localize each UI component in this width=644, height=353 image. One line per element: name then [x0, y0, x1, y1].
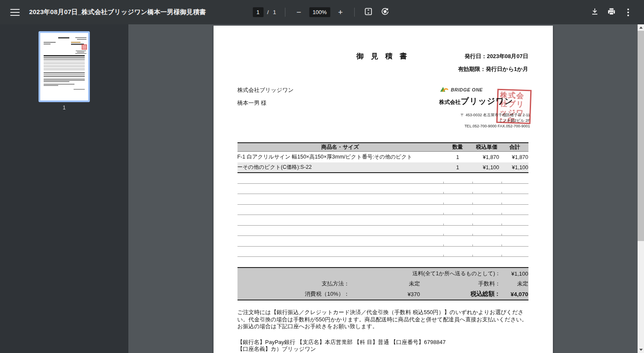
empty-table-row [237, 194, 528, 205]
zoom-level-value: 100% [309, 7, 330, 17]
toolbar-divider [354, 8, 355, 17]
vertical-scrollbar[interactable] [638, 24, 644, 353]
rotate-counterclockwise-icon [381, 7, 389, 17]
scroll-down-icon [639, 349, 643, 351]
document-viewer: 御 見 積 書 発行日：2023年08月07日 有効期限：発行日から1か月 株式… [128, 24, 638, 353]
pdf-page: 御 見 積 書 発行日：2023年08月07日 有効期限：発行日から1か月 株式… [214, 26, 553, 353]
download-button[interactable] [588, 6, 601, 19]
print-button[interactable] [605, 6, 618, 19]
page-number-input[interactable] [252, 7, 263, 17]
more-vertical-icon [627, 9, 629, 16]
grand-total-value: ¥4,070 [501, 291, 528, 297]
page-thumbnail[interactable] [39, 31, 90, 102]
print-icon [607, 7, 616, 17]
menu-icon[interactable] [10, 9, 20, 16]
totals-summary: 送料(全て1か所へ送るものとして)： ¥1,100 支払方法： 未定 手数料： … [237, 267, 528, 300]
thumbnail-page-number: 1 [63, 105, 66, 111]
zoom-in-button[interactable]: + [334, 6, 347, 19]
company-logo-text: BRIDGE ONE [451, 87, 483, 92]
empty-table-row [237, 205, 528, 215]
estimate-dates: 発行日：2023年08月07日 有効期限：発行日から1か月 [458, 53, 528, 73]
more-options-button[interactable] [622, 6, 635, 19]
column-header-product: 商品名・サイズ [237, 144, 443, 151]
company-seal-stamp: 株式会社ブリッジワン印 [496, 89, 531, 124]
rotate-button[interactable] [379, 6, 392, 19]
table-row: ーその他のピクト(C価格):S-22 1 ¥1,100 ¥1,100 [237, 162, 528, 173]
thumbnail-preview [40, 33, 88, 100]
company-logo-icon [439, 85, 449, 94]
table-header-row: 商品名・サイズ 数量 税込単価 合計 [237, 142, 528, 152]
table-row: F-1 白アクリルサイン 幅150×高150×厚3mm/ピクト番号:その他のピク… [237, 152, 528, 162]
pdf-toolbar: 2023年08月07日_株式会社ブリッジワン橋本一男様御見積書 / 1 − 10… [0, 0, 644, 24]
fee-label: 手数料： [420, 280, 501, 288]
column-header-unit-price: 税込単価 [472, 144, 502, 151]
items-table: 商品名・サイズ 数量 税込単価 合計 F-1 白アクリルサイン 幅150×高15… [237, 142, 528, 257]
zoom-out-button[interactable]: − [292, 6, 305, 19]
bank-account-line: 【銀行名】PayPay銀行 【支店名】本店営業部 【科 目】普通 【口座番号】6… [237, 339, 528, 346]
grand-total-label: 税込総額： [420, 290, 501, 298]
fit-page-icon [364, 7, 373, 17]
payment-method-value: 未定 [350, 280, 420, 288]
empty-table-row [237, 226, 528, 236]
document-title: 2023年08月07日_株式会社ブリッジワン橋本一男様御見積書 [29, 8, 206, 16]
fee-value: 未定 [501, 280, 528, 288]
issue-date: 発行日：2023年08月07日 [458, 53, 528, 60]
scroll-down-button[interactable] [638, 347, 644, 353]
customer-block: 株式会社ブリッジワン 橋本一男 様 [237, 86, 294, 107]
toolbar-divider [285, 8, 285, 17]
shipping-label: 送料(全て1か所へ送るものとして)： [237, 270, 501, 277]
empty-table-row [237, 215, 528, 226]
validity-period: 有効期限：発行日から1か月 [458, 65, 528, 73]
payment-method-label: 支払方法： [237, 280, 350, 288]
thumbnail-sidebar: 1 [0, 24, 128, 353]
column-header-qty: 数量 [443, 144, 472, 151]
bank-info: 【銀行名】PayPay銀行 【支店名】本店営業部 【科 目】普通 【口座番号】6… [237, 339, 528, 353]
bank-holder-line: 【口座名義】カ）ブリッジワン [237, 346, 528, 353]
download-icon [591, 7, 599, 17]
empty-table-row [237, 247, 528, 257]
tax-value: ¥370 [350, 291, 420, 297]
empty-table-row [237, 184, 528, 194]
column-header-total: 合計 [502, 144, 528, 151]
shipping-value: ¥1,100 [501, 271, 528, 277]
page-count-label: / 1 [267, 9, 277, 15]
scrollbar-thumb[interactable] [638, 31, 644, 241]
customer-company: 株式会社ブリッジワン [237, 86, 294, 94]
fit-page-button[interactable] [362, 6, 375, 19]
scroll-up-icon [639, 26, 643, 29]
scroll-up-button[interactable] [638, 24, 644, 31]
customer-name: 橋本一男 様 [237, 99, 294, 107]
seller-block: BRIDGE ONE 株式会社ブリッジワン 〒 453-0032 名古屋市千種区… [439, 85, 530, 129]
empty-table-row [237, 173, 528, 184]
payment-notes: ご注文時には【銀行振込／クレジットカード決済／代金引換（手数料 税込550円）】… [237, 309, 528, 330]
empty-table-row [237, 236, 528, 247]
tax-label: 消費税（10%）： [237, 290, 350, 298]
